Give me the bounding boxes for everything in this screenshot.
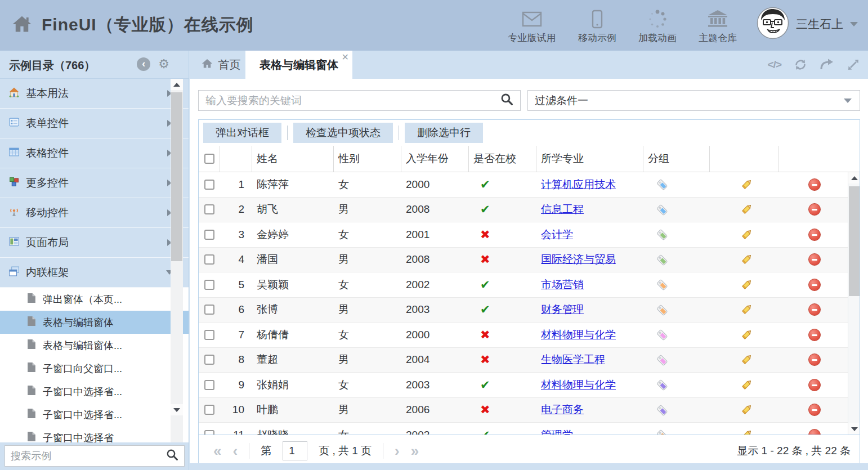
- header-action-loading[interactable]: 加载动画: [627, 8, 688, 44]
- row-checkbox[interactable]: [204, 254, 214, 265]
- major-link[interactable]: 市场营销: [541, 277, 584, 292]
- sidebar-item-grid[interactable]: 表格控件: [0, 138, 189, 168]
- last-page-icon[interactable]: »: [411, 444, 419, 458]
- tag-icon[interactable]: [656, 253, 669, 266]
- sidebar-subitem[interactable]: 子窗口中选择省...: [0, 403, 189, 426]
- delete-icon[interactable]: [808, 229, 821, 241]
- major-link[interactable]: 会计学: [541, 227, 573, 242]
- tab-home[interactable]: 首页: [196, 51, 245, 79]
- tag-icon[interactable]: [656, 328, 669, 341]
- tag-icon[interactable]: [656, 178, 669, 191]
- sidebar-item-more[interactable]: 更多控件: [0, 168, 189, 198]
- sidebar-subitem[interactable]: 子窗口中选择省...: [0, 380, 189, 403]
- edit-icon[interactable]: [740, 353, 753, 366]
- prev-page-icon[interactable]: ‹: [232, 444, 238, 458]
- major-link[interactable]: 材料物理与化学: [541, 378, 616, 392]
- delete-icon[interactable]: [808, 353, 821, 366]
- row-checkbox[interactable]: [204, 355, 214, 365]
- major-link[interactable]: 生物医学工程: [541, 352, 605, 367]
- delete-icon[interactable]: [808, 429, 821, 435]
- filter-dropdown[interactable]: 过滤条件一: [527, 90, 860, 111]
- row-checkbox[interactable]: [204, 305, 214, 315]
- forward-icon[interactable]: [820, 58, 834, 71]
- major-link[interactable]: 管理学: [541, 428, 573, 435]
- select-all-checkbox[interactable]: [204, 154, 214, 164]
- edit-icon[interactable]: [740, 403, 753, 417]
- row-checkbox[interactable]: [204, 380, 214, 390]
- delete-rows-button[interactable]: 删除选中行: [405, 123, 483, 143]
- delete-icon[interactable]: [808, 404, 821, 416]
- major-link[interactable]: 财务管理: [541, 302, 584, 317]
- next-page-icon[interactable]: ›: [395, 444, 400, 458]
- row-checkbox[interactable]: [204, 430, 214, 435]
- scroll-down-button[interactable]: [848, 423, 860, 435]
- tag-icon[interactable]: [656, 353, 669, 366]
- user-menu[interactable]: 三生石上: [757, 7, 858, 42]
- search-icon[interactable]: [166, 449, 178, 463]
- delete-icon[interactable]: [808, 303, 821, 316]
- sidebar-scrollbar[interactable]: [171, 79, 183, 442]
- major-link[interactable]: 电子商务: [541, 402, 584, 417]
- sidebar-search-input[interactable]: [5, 450, 166, 462]
- header-action-themes[interactable]: 主题仓库: [687, 8, 749, 44]
- row-checkbox[interactable]: [204, 405, 214, 415]
- scroll-up-button[interactable]: [848, 172, 860, 183]
- sidebar-subitem[interactable]: 表格与编辑窗体: [0, 311, 189, 334]
- scrollbar-thumb[interactable]: [171, 92, 182, 261]
- tag-icon[interactable]: [656, 378, 669, 391]
- tag-icon[interactable]: [656, 303, 669, 316]
- major-link[interactable]: 国际经济与贸易: [541, 252, 616, 267]
- edit-icon[interactable]: [740, 178, 753, 191]
- delete-icon[interactable]: [808, 329, 821, 341]
- scroll-down-button[interactable]: [171, 404, 183, 415]
- edit-icon[interactable]: [740, 203, 753, 216]
- major-link[interactable]: 材料物理与化学: [541, 328, 616, 342]
- row-checkbox[interactable]: [204, 204, 214, 214]
- row-checkbox[interactable]: [204, 230, 214, 240]
- scroll-up-button[interactable]: [171, 79, 183, 90]
- header-action-trial[interactable]: 专业版试用: [501, 8, 563, 44]
- edit-icon[interactable]: [740, 228, 753, 241]
- source-code-icon[interactable]: </>: [768, 59, 781, 71]
- major-link[interactable]: 计算机应用技术: [541, 177, 616, 192]
- edit-icon[interactable]: [740, 303, 753, 316]
- delete-icon[interactable]: [808, 379, 821, 391]
- search-icon[interactable]: [500, 93, 513, 108]
- open-dialog-button[interactable]: 弹出对话框: [203, 123, 281, 143]
- delete-icon[interactable]: [808, 203, 821, 216]
- tag-icon[interactable]: [656, 428, 669, 435]
- sidebar-item-mobile[interactable]: 移动控件: [0, 198, 189, 228]
- sidebar-subitem[interactable]: 弹出窗体（本页...: [0, 288, 189, 311]
- close-icon[interactable]: ✕: [342, 52, 349, 62]
- row-checkbox[interactable]: [204, 280, 214, 290]
- tag-icon[interactable]: [656, 404, 669, 417]
- row-checkbox[interactable]: [204, 180, 214, 190]
- major-link[interactable]: 信息工程: [541, 202, 584, 217]
- header-action-mobile[interactable]: 移动示例: [566, 8, 628, 44]
- delete-icon[interactable]: [808, 279, 821, 291]
- tag-icon[interactable]: [656, 203, 669, 216]
- scrollbar-thumb[interactable]: [849, 186, 860, 296]
- edit-icon[interactable]: [740, 428, 753, 435]
- row-checkbox[interactable]: [204, 330, 214, 340]
- sidebar-item-basic[interactable]: 基本用法: [0, 79, 189, 109]
- tag-icon[interactable]: [656, 278, 669, 291]
- tab-active[interactable]: 表格与编辑窗体 ✕: [245, 51, 352, 79]
- collapse-back-icon[interactable]: ‹: [137, 57, 150, 71]
- delete-icon[interactable]: [808, 253, 821, 266]
- tag-icon[interactable]: [656, 228, 669, 241]
- sidebar-subitem[interactable]: 表格与编辑窗体...: [0, 334, 189, 357]
- first-page-icon[interactable]: «: [213, 444, 221, 458]
- page-number-input[interactable]: [283, 441, 307, 460]
- sidebar-item-form[interactable]: 表单控件: [0, 109, 189, 138]
- refresh-icon[interactable]: [794, 58, 807, 71]
- edit-icon[interactable]: [740, 378, 753, 392]
- gear-icon[interactable]: ⚙: [158, 57, 169, 71]
- keyword-search-input[interactable]: [199, 95, 500, 107]
- expand-icon[interactable]: [847, 58, 860, 71]
- sidebar-item-layout[interactable]: 页面布局: [0, 228, 189, 258]
- sidebar-subitem[interactable]: 子窗口向父窗口...: [0, 357, 189, 380]
- table-scrollbar[interactable]: [848, 172, 860, 435]
- check-selection-button[interactable]: 检查选中项状态: [293, 123, 393, 143]
- edit-icon[interactable]: [740, 328, 753, 342]
